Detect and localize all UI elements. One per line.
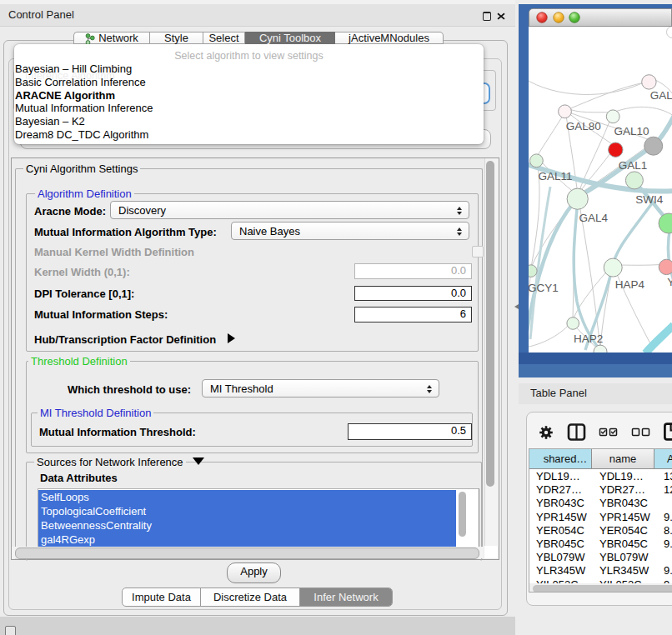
svg-text:GAL4: GAL4: [579, 212, 609, 224]
svg-text:GAL11: GAL11: [539, 170, 573, 182]
svg-text:GAL80: GAL80: [566, 120, 601, 132]
svg-text:HAP2: HAP2: [574, 332, 603, 345]
svg-text:GAL: GAL: [650, 89, 672, 102]
svg-text:GCY1: GCY1: [529, 282, 559, 294]
svg-text:HAP4: HAP4: [615, 278, 645, 291]
svg-text:SWI4: SWI4: [635, 193, 663, 206]
svg-text:GAL10: GAL10: [614, 125, 649, 138]
svg-text:Y: Y: [667, 276, 672, 288]
svg-text:GAL1: GAL1: [619, 159, 648, 172]
